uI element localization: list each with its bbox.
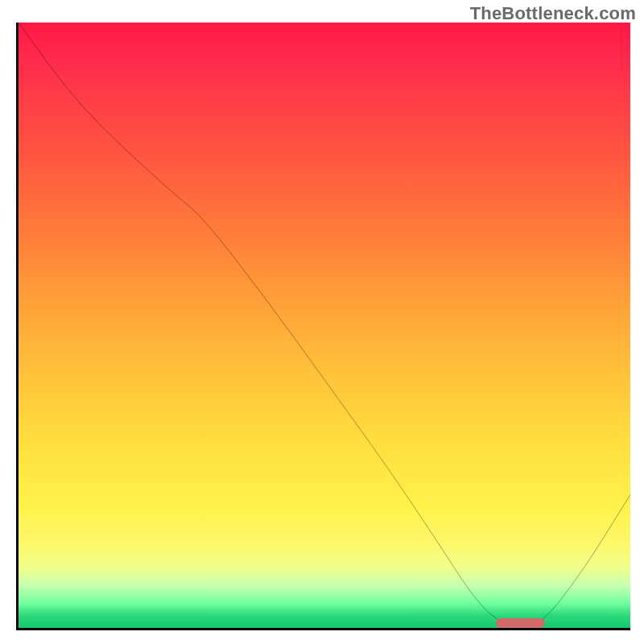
chart-container: TheBottleneck.com	[0, 0, 644, 644]
optimal-range-marker	[496, 618, 545, 628]
watermark-text: TheBottleneck.com	[470, 3, 636, 24]
plot-area	[16, 23, 630, 630]
gradient-background	[19, 23, 630, 628]
